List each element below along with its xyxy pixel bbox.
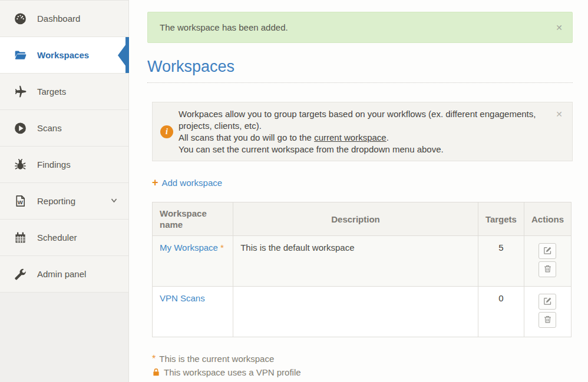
- workspace-description-cell: [233, 287, 478, 337]
- sidebar-item-label: Findings: [37, 160, 71, 170]
- workspace-actions-cell: [524, 236, 571, 287]
- success-alert-message: The workspace has been added.: [160, 22, 288, 32]
- edit-workspace-button[interactable]: [539, 243, 556, 259]
- sidebar-item-label: Workspaces: [37, 50, 89, 60]
- delete-workspace-button[interactable]: [539, 312, 556, 328]
- info-line-2: All scans that you do will go to the cur…: [179, 132, 541, 144]
- current-workspace-marker: *: [220, 243, 224, 253]
- table-row: VPN Scans 0: [153, 287, 572, 337]
- sidebar-item-label: Targets: [37, 87, 66, 97]
- footnotes: * This is the current workspace This wor…: [152, 352, 573, 379]
- info-icon: i: [160, 125, 173, 138]
- workspace-link[interactable]: VPN Scans: [160, 293, 205, 303]
- trash-icon: [543, 315, 552, 325]
- sidebar-item-findings[interactable]: Findings: [0, 147, 128, 183]
- plus-icon: +: [152, 177, 158, 188]
- scans-icon: [12, 121, 28, 136]
- sidebar: Dashboard Workspaces Targets: [0, 0, 129, 382]
- sidebar-item-reporting[interactable]: W Reporting: [0, 183, 128, 220]
- close-icon[interactable]: ✕: [556, 24, 563, 32]
- footnote-text: This workspace uses a VPN profile: [164, 366, 301, 379]
- sidebar-item-scheduler[interactable]: Scheduler: [0, 220, 128, 256]
- edit-workspace-button[interactable]: [539, 294, 556, 310]
- header-targets: Targets: [478, 202, 524, 236]
- active-indicator-arrow: [118, 44, 126, 67]
- trash-icon: [543, 264, 552, 275]
- lock-icon: [152, 368, 160, 377]
- sidebar-item-scans[interactable]: Scans: [0, 110, 128, 147]
- reporting-icon: W: [12, 194, 28, 209]
- sidebar-item-admin-panel[interactable]: Admin panel: [0, 256, 128, 293]
- workspaces-icon: [12, 48, 28, 63]
- sidebar-item-targets[interactable]: Targets: [0, 74, 128, 110]
- add-workspace-button[interactable]: + Add workspace: [152, 177, 222, 188]
- svg-text:W: W: [17, 199, 23, 205]
- workspace-targets-cell: 0: [478, 287, 524, 337]
- header-actions: Actions: [524, 202, 571, 236]
- admin-icon: [12, 267, 28, 282]
- edit-icon: [543, 297, 552, 307]
- page-title: Workspaces: [147, 58, 573, 83]
- delete-workspace-button[interactable]: [539, 261, 556, 277]
- footnote-text: This is the current workspace: [159, 352, 274, 366]
- edit-icon: [543, 246, 552, 257]
- current-workspace-link[interactable]: current workspace: [314, 132, 387, 142]
- workspaces-table: Workspace name Description Targets Actio…: [152, 202, 572, 337]
- info-box: i ✕ Workpaces allow you to group targets…: [152, 102, 573, 161]
- sidebar-item-label: Scheduler: [37, 232, 77, 243]
- workspace-link[interactable]: My Workspace: [160, 243, 218, 253]
- asterisk-icon: *: [152, 352, 156, 366]
- header-workspace-name: Workspace name: [153, 202, 233, 236]
- scheduler-icon: [12, 230, 28, 245]
- workspace-targets-cell: 5: [478, 236, 524, 287]
- sidebar-item-label: Admin panel: [37, 269, 86, 279]
- footnote-current-workspace: * This is the current workspace: [152, 352, 573, 366]
- sidebar-item-label: Scans: [37, 123, 62, 133]
- add-workspace-label: Add workspace: [162, 178, 223, 188]
- workspace-name-cell: My Workspace *: [153, 236, 233, 287]
- workspace-actions-cell: [524, 287, 571, 337]
- table-row: My Workspace * This is the default works…: [153, 236, 572, 287]
- info-line-3: You can set the current workspace from t…: [179, 144, 541, 155]
- dashboard-icon: [12, 11, 28, 26]
- sidebar-item-dashboard[interactable]: Dashboard: [0, 1, 128, 37]
- sidebar-item-label: Reporting: [37, 196, 75, 206]
- info-line-1: Workpaces allow you to group targets bas…: [179, 108, 541, 132]
- chevron-down-icon: [110, 196, 118, 206]
- targets-icon: [12, 84, 28, 99]
- header-description: Description: [233, 202, 478, 236]
- sidebar-item-workspaces[interactable]: Workspaces: [0, 37, 128, 74]
- workspace-name-cell: VPN Scans: [153, 287, 233, 337]
- close-icon[interactable]: ✕: [556, 110, 563, 118]
- sidebar-item-label: Dashboard: [37, 14, 80, 24]
- findings-icon: [12, 157, 28, 172]
- table-header-row: Workspace name Description Targets Actio…: [153, 202, 572, 236]
- footnote-vpn-profile: This workspace uses a VPN profile: [152, 366, 573, 379]
- workspace-description-cell: This is the default workspace: [233, 236, 478, 287]
- success-alert: The workspace has been added. ✕: [147, 12, 573, 43]
- main-content: The workspace has been added. ✕ Workspac…: [130, 0, 588, 382]
